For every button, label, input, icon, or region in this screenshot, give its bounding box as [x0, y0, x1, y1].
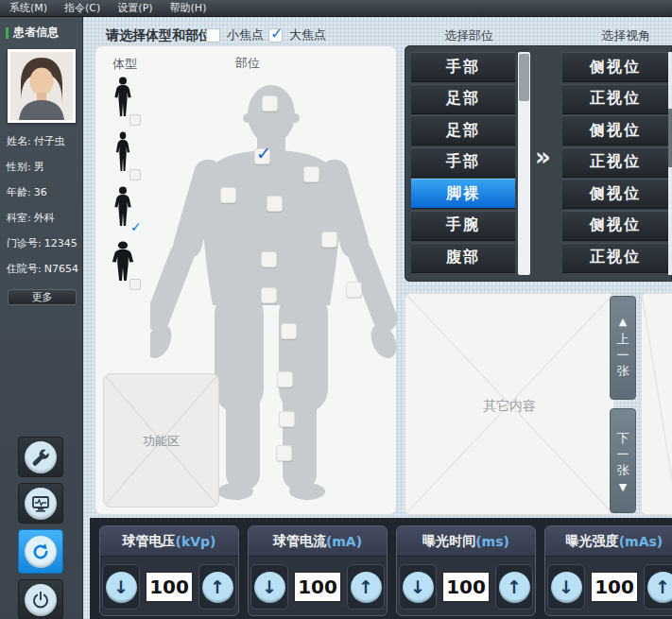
view-item[interactable]: 侧视位 — [562, 52, 668, 82]
body-part-marker-left-forearm[interactable] — [321, 232, 337, 248]
parts-column-header: 选择部位 — [444, 27, 493, 44]
views-list: 侧视位 正视位 侧视位 正视位 侧视位 侧视位 正视位 — [562, 52, 668, 274]
view-item[interactable]: 正视位 — [562, 84, 668, 114]
check-icon: ✓ — [130, 219, 142, 234]
mas-increase-button[interactable]: ↑ — [644, 564, 672, 610]
menu-help[interactable]: 帮助(H) — [170, 1, 207, 15]
monitor-button[interactable] — [18, 483, 63, 524]
body-part-marker-left-shoulder[interactable] — [303, 166, 319, 182]
small-focus-label: 小焦点 — [227, 26, 264, 43]
body-type-checkbox-3[interactable]: ✓ — [129, 224, 141, 235]
view-item[interactable]: 正视位 — [562, 147, 668, 178]
kvp-decrease-button[interactable]: ↓ — [102, 564, 140, 610]
next-image-button[interactable]: 下一张 ▼ — [610, 408, 636, 513]
parts-list-scrollbar[interactable] — [518, 52, 530, 275]
ma-increase-button[interactable]: ↑ — [347, 564, 385, 610]
main-area: 请选择体型和部位 小焦点 ✓ 大焦点 选择部位 选择视角 体型 部位 ✓ — [83, 17, 672, 619]
body-type-silhouette-icon — [112, 131, 132, 173]
views-list-scrollbar[interactable] — [668, 52, 672, 275]
part-item[interactable]: 手部 — [411, 147, 515, 178]
patient-gender-row: 性别:男 — [7, 160, 82, 174]
power-icon — [30, 590, 51, 610]
body-part-marker-head[interactable] — [262, 95, 278, 112]
scrollbar-thumb[interactable] — [519, 54, 529, 101]
menu-settings[interactable]: 设置(P) — [117, 1, 152, 15]
part-item[interactable]: 手腕 — [411, 211, 515, 241]
patient-photo — [8, 49, 76, 123]
function-area: 功能区 — [103, 373, 219, 507]
other-content-box: 其它内容 — [405, 293, 614, 515]
transfer-arrows-icon[interactable]: » — [535, 143, 551, 171]
up-arrow-icon: ↑ — [358, 578, 373, 596]
view-item[interactable]: 侧视位 — [562, 115, 668, 146]
body-part-marker-left-knee[interactable] — [277, 371, 293, 387]
body-type-option-1[interactable] — [107, 77, 139, 122]
small-focus-option[interactable]: 小焦点 — [206, 26, 264, 43]
body-part-marker-abdomen[interactable] — [261, 251, 277, 267]
part-item[interactable]: 腹部 — [411, 243, 515, 273]
view-item[interactable]: 侧视位 — [562, 211, 668, 241]
body-type-checkbox-4[interactable] — [129, 279, 141, 290]
parts-list: 手部 足部 足部 手部 脚裸 手腕 腹部 — [411, 52, 515, 274]
ms-decrease-button[interactable]: ↓ — [399, 564, 437, 610]
large-focus-option[interactable]: ✓ 大焦点 — [268, 26, 326, 43]
body-type-option-4[interactable] — [107, 241, 139, 286]
view-item[interactable]: 正视位 — [562, 243, 668, 273]
menu-command[interactable]: 指令(C) — [64, 1, 100, 15]
body-part-marker-pelvis[interactable] — [261, 287, 277, 303]
settings-wrench-button[interactable] — [18, 437, 63, 477]
small-focus-checkbox[interactable] — [206, 28, 220, 43]
large-focus-checkbox[interactable]: ✓ — [268, 28, 283, 43]
power-button[interactable] — [18, 579, 63, 619]
exposure-panel-kvp: 球管电压(kVp) ↓ 100 ↑ — [99, 525, 239, 616]
body-type-checkbox-1[interactable] — [129, 114, 141, 126]
body-type-silhouette-icon — [107, 241, 138, 283]
down-arrow-icon: ↓ — [410, 578, 425, 596]
part-item[interactable]: 足部 — [411, 115, 515, 146]
ms-value[interactable]: 100 — [441, 571, 491, 603]
body-part-marker-neck-selected[interactable]: ✓ — [254, 148, 270, 164]
function-area-label: 功能区 — [104, 433, 218, 450]
body-type-checkbox-2[interactable] — [129, 169, 141, 181]
exposure-panel-mas: 曝光强度(mAs) ↓ 100 ↑ — [544, 525, 672, 616]
body-diagram-panel: 体型 部位 ✓ — [95, 45, 397, 515]
body-part-marker-left-thigh[interactable] — [281, 323, 297, 339]
ms-increase-button[interactable]: ↑ — [495, 564, 533, 610]
scrollbar-thumb[interactable] — [668, 109, 672, 167]
body-part-label: 部位 — [235, 55, 260, 72]
body-part-marker-left-calf[interactable] — [279, 411, 295, 427]
kvp-increase-button[interactable]: ↑ — [198, 564, 236, 610]
placeholder-cross — [642, 294, 672, 514]
kvp-value[interactable]: 100 — [145, 571, 194, 603]
view-item[interactable]: 侧视位 — [562, 179, 668, 209]
body-type-option-3[interactable]: ✓ — [107, 186, 139, 232]
body-part-marker-left-hand[interactable] — [346, 282, 362, 298]
part-item-selected[interactable]: 脚裸 — [411, 179, 515, 209]
exposure-panel-ms: 曝光时间(ms) ↓ 100 ↑ — [396, 525, 536, 616]
up-arrow-icon: ↑ — [655, 578, 670, 596]
previous-image-label: 上一张 — [616, 331, 629, 379]
ma-decrease-button[interactable]: ↓ — [250, 564, 288, 610]
body-type-option-2[interactable] — [107, 131, 139, 177]
exposure-panel-ma: 球管电流(mA) ↓ 100 ↑ — [248, 525, 388, 616]
ma-value[interactable]: 100 — [293, 571, 342, 603]
large-focus-label: 大焦点 — [289, 26, 326, 43]
reset-button[interactable] — [18, 529, 63, 574]
mas-decrease-button[interactable]: ↓ — [547, 564, 585, 610]
body-part-marker-left-ankle[interactable] — [276, 445, 292, 461]
other-content-label: 其它内容 — [405, 398, 613, 415]
patient-sidebar: 患者信息 姓名:付子虫 性别:男 年龄:36 科室:外科 门诊号:12345 住… — [0, 17, 83, 619]
body-part-marker-chest[interactable] — [267, 196, 283, 212]
part-item[interactable]: 手部 — [411, 52, 515, 82]
wrench-icon — [30, 447, 51, 468]
previous-image-button[interactable]: ▲ 上一张 — [610, 296, 636, 400]
more-button[interactable]: 更多 — [8, 289, 77, 305]
body-part-marker-right-chest[interactable] — [220, 187, 236, 203]
side-content-box — [641, 293, 672, 515]
ms-header: 曝光时间(ms) — [397, 526, 535, 557]
menu-system[interactable]: 系统(M) — [9, 1, 47, 15]
patient-info-title: 患者信息 — [13, 25, 59, 41]
part-item[interactable]: 足部 — [411, 84, 515, 114]
up-triangle-icon: ▲ — [619, 317, 627, 327]
mas-value[interactable]: 100 — [590, 571, 639, 603]
